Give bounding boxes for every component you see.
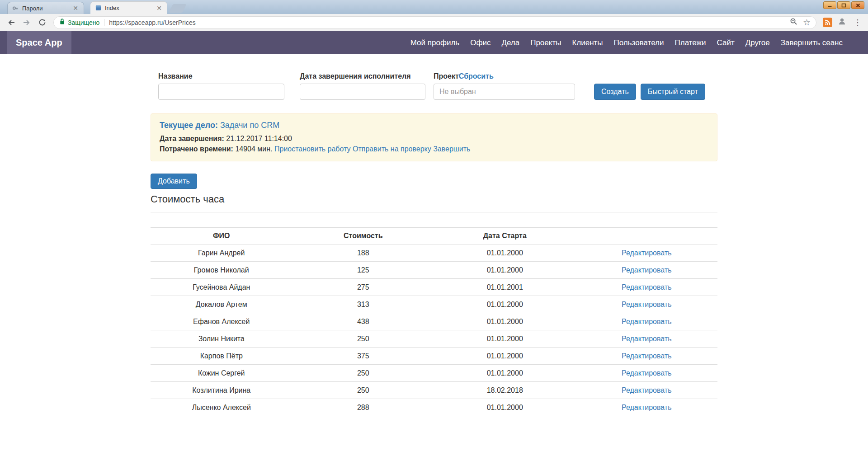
security-label: Защищено <box>68 19 99 26</box>
add-button[interactable]: Добавить <box>151 174 197 189</box>
column-header-start-date: Дата Старта <box>434 228 576 244</box>
navbar-item: Офис <box>465 38 496 47</box>
current-task-alert: Текущее дело: Задачи по CRM Дата заверше… <box>151 113 717 161</box>
main-container: Название Дата завершения исполнителя Про… <box>151 72 717 416</box>
project-input[interactable] <box>434 84 575 100</box>
edit-link[interactable]: Редактировать <box>622 249 672 257</box>
send-review-link[interactable]: Отправить на проверку <box>353 145 431 153</box>
key-icon <box>12 5 19 12</box>
pause-work-link[interactable]: Приостановить работу <box>274 145 351 153</box>
browser-titlebar: Пароли ✕ Index ✕ <box>0 0 868 14</box>
tab-passwords[interactable]: Пароли ✕ <box>7 2 84 14</box>
navbar-item-link[interactable]: Платежи <box>670 38 712 47</box>
table-row: Громов Николай 125 01.01.2000 Редактиров… <box>151 262 717 279</box>
tab-close-icon[interactable]: ✕ <box>71 5 80 12</box>
tab-index[interactable]: Index ✕ <box>90 2 167 14</box>
cell-start-date: 01.01.2000 <box>434 262 576 279</box>
rss-extension-icon[interactable] <box>823 18 832 27</box>
cell-start-date: 01.01.2000 <box>434 313 576 330</box>
edit-link[interactable]: Редактировать <box>622 369 672 377</box>
bookmark-star-icon[interactable]: ☆ <box>803 18 811 27</box>
deadline-label: Дата завершения исполнителя <box>300 72 425 80</box>
cell-actions: Редактировать <box>576 296 718 313</box>
navbar-item-link[interactable]: Мой профиль <box>405 38 465 47</box>
table-header-row: ФИО Стоимость Дата Старта <box>151 228 717 244</box>
back-button[interactable] <box>5 16 18 29</box>
cell-fio: Ефанов Алексей <box>151 313 292 330</box>
cell-fio: Громов Николай <box>151 262 292 279</box>
navbar-item-link[interactable]: Офис <box>465 38 496 47</box>
navbar-item: Мой профиль <box>405 38 465 47</box>
current-task-label: Текущее дело: <box>160 121 218 130</box>
navbar-item-link[interactable]: Сайт <box>711 38 740 47</box>
navbar-item: Сайт <box>711 38 740 47</box>
menu-dots-icon[interactable]: ⋮ <box>852 19 863 27</box>
maximize-button[interactable] <box>837 1 850 9</box>
lock-icon <box>59 18 65 27</box>
page-body: Space App Мой профильОфисДелаПроектыКлие… <box>0 31 868 470</box>
edit-link[interactable]: Редактировать <box>622 335 672 343</box>
address-bar[interactable]: Защищено https://spaceapp.ru/UserPrices … <box>53 16 816 29</box>
navbar-item-link[interactable]: Проекты <box>525 38 566 47</box>
site-navbar: Space App Мой профильОфисДелаПроектыКлие… <box>0 31 868 54</box>
edit-link[interactable]: Редактировать <box>622 283 672 291</box>
table-row: Гарин Андрей 188 01.01.2000 Редактироват… <box>151 244 717 262</box>
time-spent-label: Потрачено времени: <box>160 145 233 153</box>
quick-start-button[interactable]: Быстрый старт <box>641 84 705 100</box>
edit-link[interactable]: Редактировать <box>622 386 672 394</box>
table-row: Карпов Пётр 375 01.01.2000 Редактировать <box>151 348 717 365</box>
table-row: Ефанов Алексей 438 01.01.2000 Редактиров… <box>151 313 717 330</box>
cell-start-date: 01.01.2000 <box>434 244 576 262</box>
minimize-button[interactable] <box>823 1 836 9</box>
table-spacer-row <box>151 212 717 228</box>
name-input[interactable] <box>158 84 284 100</box>
cell-actions: Редактировать <box>576 313 718 330</box>
task-deadline-label: Дата завершения: <box>160 135 224 142</box>
new-tab-button[interactable] <box>169 4 187 13</box>
edit-link[interactable]: Редактировать <box>622 266 672 274</box>
create-button[interactable]: Создать <box>594 84 636 100</box>
cell-start-date: 01.01.2000 <box>434 365 576 382</box>
brand-logo[interactable]: Space App <box>7 31 71 54</box>
cell-fio: Лысенко Алексей <box>151 399 292 416</box>
cell-cost: 125 <box>292 262 434 279</box>
project-reset-link[interactable]: Сбросить <box>459 72 494 80</box>
edit-link[interactable]: Редактировать <box>622 301 672 308</box>
navbar-item: Завершить сеанс <box>775 38 848 47</box>
deadline-input[interactable] <box>300 84 425 100</box>
page-title: Стоимость часа <box>151 193 717 205</box>
reload-button[interactable] <box>35 16 49 29</box>
edit-link[interactable]: Редактировать <box>622 352 672 360</box>
cell-actions: Редактировать <box>576 244 718 262</box>
finish-task-link[interactable]: Завершить <box>433 145 470 153</box>
navbar-item-link[interactable]: Завершить сеанс <box>775 38 848 47</box>
filter-form: Название Дата завершения исполнителя Про… <box>151 72 717 100</box>
column-header-fio: ФИО <box>151 228 292 244</box>
name-label: Название <box>158 72 284 80</box>
browser-toolbar: Защищено https://spaceapp.ru/UserPrices … <box>0 14 868 31</box>
cell-actions: Редактировать <box>576 330 718 348</box>
forward-button[interactable] <box>20 16 33 29</box>
current-task-link[interactable]: Задачи по CRM <box>220 121 279 130</box>
omnibox-divider <box>104 19 104 26</box>
cell-cost: 250 <box>292 365 434 382</box>
url-text[interactable]: https://spaceapp.ru/UserPrices <box>109 19 790 26</box>
price-table-body: Гарин Андрей 188 01.01.2000 Редактироват… <box>151 244 717 416</box>
edit-link[interactable]: Редактировать <box>622 318 672 325</box>
table-row: Докалов Артем 313 01.01.2000 Редактирова… <box>151 296 717 313</box>
cell-fio: Гарин Андрей <box>151 244 292 262</box>
cell-cost: 375 <box>292 348 434 365</box>
zoom-icon[interactable] <box>790 18 797 27</box>
close-button[interactable] <box>851 1 864 9</box>
cell-cost: 438 <box>292 313 434 330</box>
prices-table: ФИО Стоимость Дата Старта Гарин Андрей 1… <box>151 212 717 416</box>
edit-link[interactable]: Редактировать <box>622 404 672 411</box>
navbar-item-link[interactable]: Клиенты <box>566 38 608 47</box>
profile-avatar-icon[interactable] <box>838 17 846 28</box>
navbar-item-link[interactable]: Пользователи <box>609 38 670 47</box>
cell-start-date: 18.02.2018 <box>434 382 576 399</box>
navbar-item-link[interactable]: Дела <box>496 38 525 47</box>
navbar-item: Проекты <box>525 38 566 47</box>
tab-close-icon[interactable]: ✕ <box>155 5 163 12</box>
navbar-item-link[interactable]: Другое <box>740 38 775 47</box>
